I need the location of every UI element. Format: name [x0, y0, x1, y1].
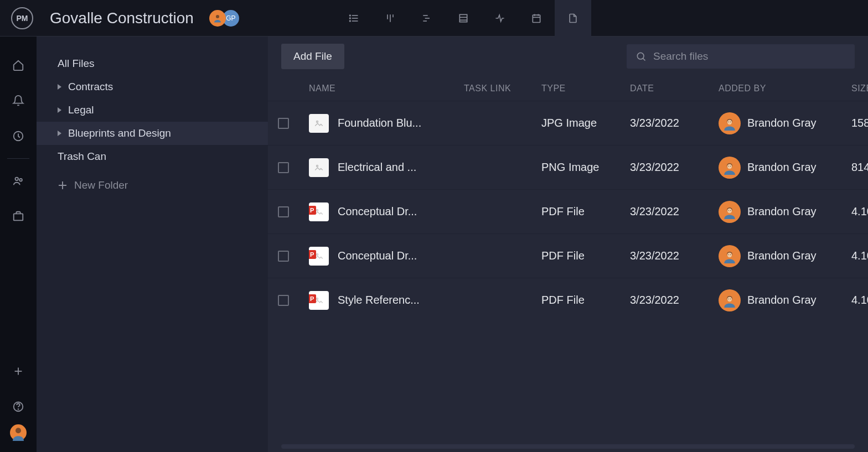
- col-task-link[interactable]: TASK LINK: [464, 84, 541, 93]
- file-name-cell[interactable]: PConceptual Dr...: [309, 202, 464, 221]
- file-size: 158.98: [851, 117, 868, 129]
- col-added-by[interactable]: ADDED BY: [719, 84, 851, 93]
- table-row[interactable]: Electrical and ...PNG Image3/23/2022Bran…: [268, 145, 868, 189]
- tab-calendar[interactable]: [518, 0, 555, 37]
- file-date: 3/23/2022: [630, 161, 719, 174]
- rail-add-icon[interactable]: [7, 360, 29, 382]
- file-type: PDF File: [541, 205, 630, 218]
- caret-icon: [58, 107, 61, 113]
- svg-point-22: [19, 179, 22, 181]
- svg-point-31: [317, 121, 318, 122]
- horizontal-scrollbar[interactable]: [281, 444, 855, 449]
- search-icon: [636, 51, 647, 62]
- main-content: Add File NAME TASK LINK TYPE DATE ADDED …: [268, 37, 868, 452]
- image-thumb-icon: [309, 158, 329, 177]
- file-name-cell[interactable]: PStyle Referenc...: [309, 291, 464, 310]
- tab-sheet[interactable]: [445, 0, 482, 37]
- file-name: Conceptual Dr...: [338, 205, 417, 218]
- table-row[interactable]: PStyle Referenc...PDF File3/23/2022Brand…: [268, 278, 868, 322]
- tree-label: Contracts: [68, 81, 113, 93]
- user-name: Brandon Gray: [747, 294, 817, 306]
- tab-gantt[interactable]: [409, 0, 445, 37]
- col-size[interactable]: SIZE: [851, 84, 868, 93]
- svg-rect-16: [533, 15, 540, 22]
- files-toolbar: Add File: [268, 37, 868, 76]
- file-name: Electrical and ...: [338, 161, 416, 174]
- row-checkbox[interactable]: [278, 295, 289, 306]
- file-name-cell[interactable]: Electrical and ...: [309, 158, 464, 177]
- caret-icon: [58, 84, 61, 90]
- search-input[interactable]: [653, 50, 846, 63]
- file-size: 814.59: [851, 161, 868, 174]
- app-header: PM Govalle Construction GP: [0, 0, 868, 37]
- file-type: PDF File: [541, 250, 630, 262]
- rail-help-icon[interactable]: [7, 396, 29, 418]
- file-name-cell[interactable]: PConceptual Dr...: [309, 247, 464, 266]
- add-file-button[interactable]: Add File: [281, 44, 344, 69]
- left-rail: [0, 37, 37, 452]
- member-avatars[interactable]: GP: [209, 10, 239, 27]
- svg-point-29: [637, 53, 644, 59]
- tree-folder-blueprints[interactable]: Blueprints and Design: [37, 122, 268, 145]
- avatar-user-1[interactable]: [209, 10, 226, 27]
- rail-portfolio-icon[interactable]: [7, 205, 29, 227]
- svg-point-5: [350, 18, 351, 19]
- user-avatar[interactable]: [719, 112, 741, 134]
- tree-root-all-files[interactable]: All Files: [37, 52, 268, 75]
- added-by-cell: Brandon Gray: [719, 157, 851, 179]
- user-name: Brandon Gray: [747, 205, 817, 218]
- user-avatar[interactable]: [719, 245, 741, 267]
- user-avatar[interactable]: [719, 201, 741, 223]
- pdf-thumb-icon: P: [309, 202, 329, 221]
- new-folder-button[interactable]: New Folder: [37, 174, 268, 197]
- row-checkbox[interactable]: [278, 251, 289, 262]
- search-field[interactable]: [627, 44, 855, 69]
- row-checkbox[interactable]: [278, 162, 289, 173]
- file-name: Style Referenc...: [338, 294, 420, 306]
- file-name-cell[interactable]: Foundation Blu...: [309, 114, 464, 133]
- folder-sidebar: All Files Contracts Legal Blueprints and…: [37, 37, 268, 452]
- rail-notifications-icon[interactable]: [7, 90, 29, 112]
- rail-recent-icon[interactable]: [7, 125, 29, 147]
- svg-point-45: [730, 210, 731, 210]
- table-row[interactable]: Foundation Blu...JPG Image3/23/2022Brand…: [268, 101, 868, 145]
- user-avatar[interactable]: [719, 289, 741, 311]
- tree-folder-contracts[interactable]: Contracts: [37, 75, 268, 98]
- table-row[interactable]: PConceptual Dr...PDF File3/23/2022Brando…: [268, 233, 868, 278]
- pdf-thumb-icon: P: [309, 291, 329, 310]
- rail-home-icon[interactable]: [7, 54, 29, 76]
- table-row[interactable]: PConceptual Dr...PDF File3/23/2022Brando…: [268, 189, 868, 233]
- user-name: Brandon Gray: [747, 161, 817, 174]
- file-size: 4.10 M: [851, 205, 868, 218]
- svg-line-30: [643, 58, 645, 60]
- app-logo[interactable]: PM: [11, 7, 33, 29]
- svg-point-33: [727, 120, 732, 124]
- added-by-cell: Brandon Gray: [719, 289, 851, 311]
- rail-team-icon[interactable]: [7, 170, 29, 192]
- file-date: 3/23/2022: [630, 250, 719, 262]
- user-avatar[interactable]: [719, 157, 741, 179]
- tree-trash[interactable]: Trash Can: [37, 145, 268, 168]
- svg-point-44: [728, 210, 729, 210]
- col-date[interactable]: DATE: [630, 84, 719, 93]
- svg-point-35: [730, 121, 731, 122]
- col-type[interactable]: TYPE: [541, 84, 630, 93]
- tab-files[interactable]: [555, 0, 591, 37]
- tab-board[interactable]: [372, 0, 409, 37]
- row-checkbox[interactable]: [278, 206, 289, 217]
- col-name[interactable]: NAME: [309, 84, 464, 93]
- pdf-thumb-icon: P: [309, 247, 329, 266]
- tab-activity[interactable]: [482, 0, 518, 37]
- svg-point-43: [727, 208, 732, 213]
- tab-list[interactable]: [335, 0, 372, 37]
- rail-current-user-avatar[interactable]: [10, 424, 27, 441]
- svg-point-21: [16, 178, 19, 181]
- svg-point-36: [317, 165, 318, 167]
- file-size: 4.10 M: [851, 294, 868, 306]
- project-title: Govalle Construction: [50, 9, 194, 27]
- svg-point-48: [727, 252, 732, 257]
- added-by-cell: Brandon Gray: [719, 112, 851, 134]
- tree-folder-legal[interactable]: Legal: [37, 98, 268, 122]
- added-by-cell: Brandon Gray: [719, 201, 851, 223]
- row-checkbox[interactable]: [278, 118, 289, 129]
